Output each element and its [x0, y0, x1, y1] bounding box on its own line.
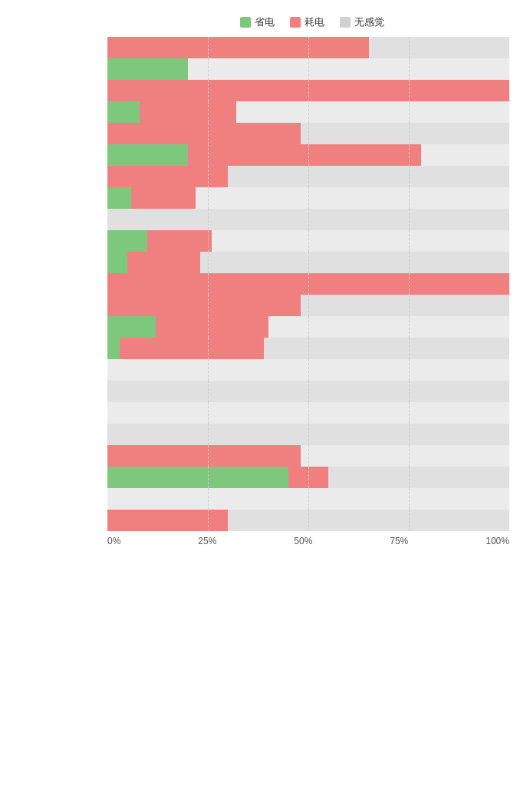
x-tick: 25% [198, 536, 216, 546]
bar-track [107, 230, 509, 252]
grid-line [308, 101, 309, 123]
bar-track [107, 359, 509, 381]
grid-line [208, 101, 209, 123]
bar-track [107, 510, 509, 531]
bar-segment-red [107, 295, 301, 316]
bar-row: iPhone SE 第3代 [107, 424, 509, 445]
legend-item: 耗电 [290, 15, 324, 29]
bar-segment-red [127, 252, 199, 273]
legend-label: 省电 [255, 15, 275, 29]
bar-row: iPhone 12 ProMax [107, 166, 509, 187]
bar-segment-red [120, 338, 265, 359]
grid-line [409, 80, 410, 101]
bar-row: iPhone 14 [107, 273, 509, 295]
legend-item: 无感觉 [340, 15, 384, 29]
bar-segment-red [107, 37, 369, 58]
grid-line [208, 402, 209, 424]
legend-color [340, 17, 351, 28]
bar-segment-red [107, 123, 301, 144]
grid-line [208, 359, 209, 381]
grid-line [308, 123, 309, 144]
grid-line [308, 402, 309, 424]
bar-track [107, 381, 509, 402]
grid-line [409, 488, 410, 510]
bar-segment-red [131, 187, 196, 209]
bar-row: iPhone 8 Plus [107, 381, 509, 402]
bar-segment-green [107, 58, 188, 80]
bar-row: iPhone X [107, 445, 509, 467]
grid-line [409, 295, 410, 316]
bar-segment-red [107, 166, 228, 187]
bar-row: iPhone XS Max [107, 510, 509, 531]
grid-line [208, 37, 209, 58]
bar-track [107, 338, 509, 359]
bar-row: iPhone 13 Pro [107, 230, 509, 252]
bar-track [107, 187, 509, 209]
grid-line [308, 166, 309, 187]
bar-row: iPhone 14 ProMax [107, 338, 509, 359]
bar-row: iPhone 11 ProMax [107, 80, 509, 101]
grid-line [308, 209, 309, 230]
bar-track [107, 467, 509, 488]
bar-segment-red [156, 316, 268, 338]
legend-color [290, 17, 301, 28]
grid-line [208, 338, 209, 359]
bar-segment-green [107, 144, 188, 166]
bar-segment-green [107, 101, 140, 123]
chart-legend: 省电耗电无感觉 [0, 15, 517, 29]
bar-segment-red [140, 101, 236, 123]
grid-line [208, 209, 209, 230]
bar-track [107, 295, 509, 316]
bar-track [107, 316, 509, 338]
grid-line [308, 58, 309, 80]
grid-line [208, 424, 209, 445]
grid-line [409, 510, 410, 531]
grid-line [208, 510, 209, 531]
bar-row: iPhone 12 [107, 101, 509, 123]
grid-line [409, 187, 410, 209]
bar-track [107, 37, 509, 58]
bar-segment-green [107, 338, 120, 359]
bar-segment-red [107, 510, 228, 531]
bar-row: iPhone 12 mini [107, 123, 509, 144]
legend-label: 无感觉 [354, 15, 384, 29]
bar-track [107, 252, 509, 273]
bar-segment-red [147, 230, 212, 252]
grid-line [409, 123, 410, 144]
bar-row: iPhone 12 Pro [107, 144, 509, 166]
legend-color [240, 17, 251, 28]
grid-line [409, 445, 410, 467]
grid-line [409, 101, 410, 123]
bar-track [107, 402, 509, 424]
grid-line [208, 273, 209, 295]
grid-line [308, 359, 309, 381]
grid-line [308, 338, 309, 359]
grid-line [208, 467, 209, 488]
bar-segment-green [107, 187, 131, 209]
bar-track [107, 273, 509, 295]
grid-line [208, 166, 209, 187]
grid-line [409, 166, 410, 187]
x-tick: 0% [107, 536, 120, 546]
grid-line [208, 144, 209, 166]
grid-line [208, 80, 209, 101]
bar-track [107, 424, 509, 445]
grid-line [208, 381, 209, 402]
bar-row: iPhone SE 第2代 [107, 402, 509, 424]
grid-line [308, 316, 309, 338]
grid-line [409, 402, 410, 424]
legend-label: 耗电 [305, 15, 324, 29]
bar-track [107, 445, 509, 467]
bar-row: iPhone 11 [107, 37, 509, 58]
bar-segment-green [107, 230, 147, 252]
legend-item: 省电 [240, 15, 275, 29]
x-tick: 100% [486, 536, 509, 546]
bar-track [107, 101, 509, 123]
bar-row: iPhone 14 Plus [107, 295, 509, 316]
grid-line [409, 338, 410, 359]
grid-line [409, 58, 410, 80]
grid-line [308, 80, 309, 101]
bar-row: iPhone 11 Pro [107, 58, 509, 80]
chart-container: 省电耗电无感觉 iPhone 11iPhone 11 ProiPhone 11 … [0, 8, 517, 569]
grid-line [208, 488, 209, 510]
